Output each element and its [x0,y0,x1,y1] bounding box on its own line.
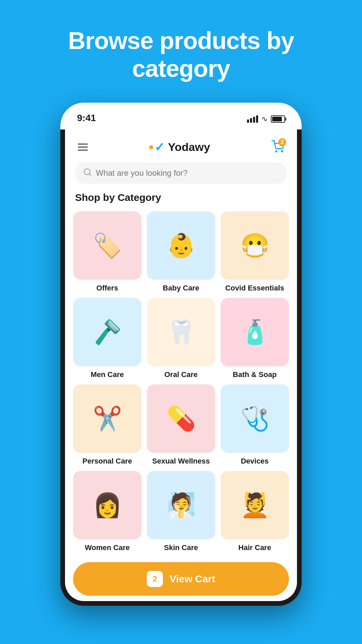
logo-icon: ✓ [149,140,165,154]
category-name-covid-essentials: Covid Essentials [225,284,284,292]
category-icon-oral-care: 🦷 [167,318,196,346]
category-name-sexual-wellness: Sexual Wellness [152,457,210,466]
app-header: ✓ Yodawy 2 [65,129,297,162]
category-icon-covid-essentials: 😷 [240,232,269,259]
category-item-baby-care[interactable]: 👶 Baby Care [147,211,215,292]
category-icon-women-care: 👩 [93,491,122,519]
category-name-men-care: Men Care [90,370,124,379]
category-name-hair-care: Hair Care [238,543,271,552]
status-bar: 9:41 ∿ [60,103,302,129]
category-item-men-care[interactable]: 🪒 Men Care [73,298,141,379]
phone-frame: 9:41 ∿ ✓ [60,103,302,606]
svg-point-0 [276,151,277,152]
category-item-women-care[interactable]: 👩 Women Care [73,471,141,552]
view-cart-label: View Cart [170,573,215,585]
category-name-women-care: Women Care [85,543,130,552]
category-card-covid-essentials: 😷 [221,211,289,280]
categories-grid: 🏷️ Offers 👶 Baby Care 😷 Covid Essentials… [65,211,297,552]
cart-count-badge: 2 [147,571,163,587]
category-icon-skin-care: 🧖 [167,491,196,519]
category-item-offers[interactable]: 🏷️ Offers [73,211,141,292]
category-item-oral-care[interactable]: 🦷 Oral Care [147,298,215,379]
category-item-covid-essentials[interactable]: 😷 Covid Essentials [221,211,289,292]
phone-screen: ✓ Yodawy 2 [65,129,297,601]
category-icon-men-care: 🪒 [93,318,122,346]
category-item-devices[interactable]: 🩺 Devices [221,384,289,466]
logo-text: Yodawy [168,141,210,154]
category-item-bath-soap[interactable]: 🧴 Bath & Soap [221,298,289,379]
category-name-devices: Devices [241,457,268,466]
hero-title: Browse products by category [0,0,362,103]
phone-mockup: 9:41 ∿ ✓ [60,103,302,606]
category-icon-devices: 🩺 [240,405,269,432]
category-card-baby-care: 👶 [147,211,215,280]
status-icons: ∿ [247,115,285,123]
category-name-baby-care: Baby Care [163,284,199,292]
svg-line-3 [89,174,91,175]
category-card-oral-care: 🦷 [147,298,215,366]
category-item-hair-care[interactable]: 💆 Hair Care [221,471,289,552]
category-name-personal-care: Personal Care [82,457,132,466]
category-name-bath-soap: Bath & Soap [233,370,277,379]
category-icon-hair-care: 💆 [240,491,269,519]
category-card-sexual-wellness: 💊 [147,384,215,453]
category-item-personal-care[interactable]: ✂️ Personal Care [73,384,141,466]
menu-button[interactable] [75,141,90,153]
logo: ✓ Yodawy [149,140,210,154]
section-title: Shop by Category [65,192,297,211]
wifi-icon: ∿ [261,115,267,123]
category-card-women-care: 👩 [73,471,141,539]
signal-icon [247,115,258,123]
status-time: 9:41 [77,113,96,123]
category-name-offers: Offers [97,284,118,292]
category-name-oral-care: Oral Care [164,370,197,379]
category-card-men-care: 🪒 [73,298,141,366]
category-card-skin-care: 🧖 [147,471,215,539]
category-card-personal-care: ✂️ [73,384,141,453]
category-icon-bath-soap: 🧴 [240,318,269,346]
search-container [65,162,297,192]
svg-point-1 [282,151,283,152]
category-icon-sexual-wellness: 💊 [167,405,196,432]
category-item-sexual-wellness[interactable]: 💊 Sexual Wellness [147,384,215,466]
battery-icon [271,115,285,123]
category-icon-offers: 🏷️ [93,232,122,259]
category-icon-personal-care: ✂️ [93,405,122,432]
cart-badge: 2 [278,138,286,146]
category-card-devices: 🩺 [221,384,289,453]
category-card-offers: 🏷️ [73,211,141,280]
category-card-hair-care: 💆 [221,471,289,539]
logo-dot [149,145,153,149]
category-name-skin-care: Skin Care [164,543,198,552]
view-cart-button[interactable]: 2 View Cart [73,562,289,596]
cart-button[interactable]: 2 [269,138,287,157]
search-box[interactable] [75,162,287,184]
search-input[interactable] [96,168,279,178]
category-icon-baby-care: 👶 [167,232,196,259]
category-item-skin-care[interactable]: 🧖 Skin Care [147,471,215,552]
search-icon [83,168,92,178]
category-card-bath-soap: 🧴 [221,298,289,366]
